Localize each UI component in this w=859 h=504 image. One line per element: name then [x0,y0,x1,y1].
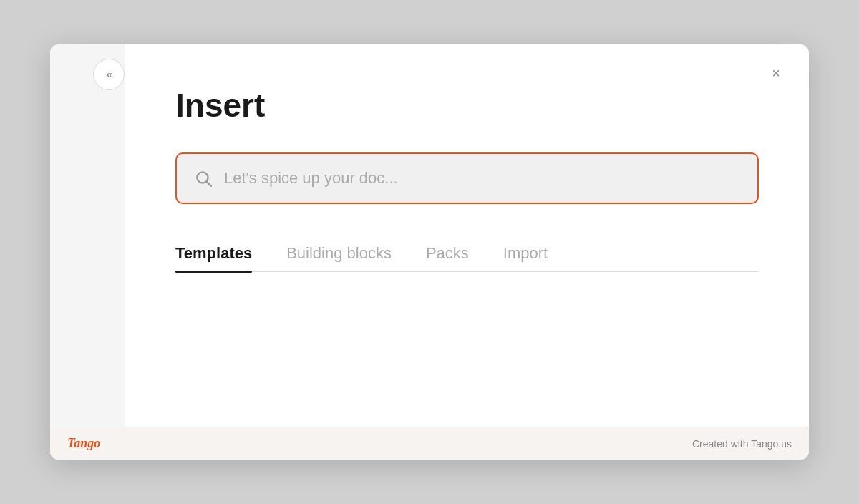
search-box[interactable] [175,152,759,204]
collapse-button[interactable]: « [93,59,125,90]
tabs-container: Templates Building blocks Packs Import [175,236,759,272]
chevron-left-icon: « [107,69,111,80]
search-icon-wrap [194,169,213,188]
main-content: × Insert Templat [125,44,809,460]
search-container [175,152,759,204]
tab-packs[interactable]: Packs [426,236,469,271]
footer-bar: Tango Created with Tango.us [50,427,809,460]
search-input[interactable] [224,169,740,188]
close-icon: × [772,65,780,82]
page-title: Insert [175,87,759,124]
tab-import[interactable]: Import [503,236,548,271]
tab-building-blocks[interactable]: Building blocks [286,236,392,271]
sidebar-strip: « [50,44,125,460]
screenshot-wrapper: « × Insert [0,0,859,504]
svg-line-1 [207,181,211,185]
footer-credit: Created with Tango.us [692,438,792,450]
tab-templates[interactable]: Templates [175,236,252,271]
close-button[interactable]: × [763,60,789,86]
search-icon [194,169,213,188]
footer-logo: Tango [67,436,100,451]
modal-container: « × Insert [50,44,809,460]
